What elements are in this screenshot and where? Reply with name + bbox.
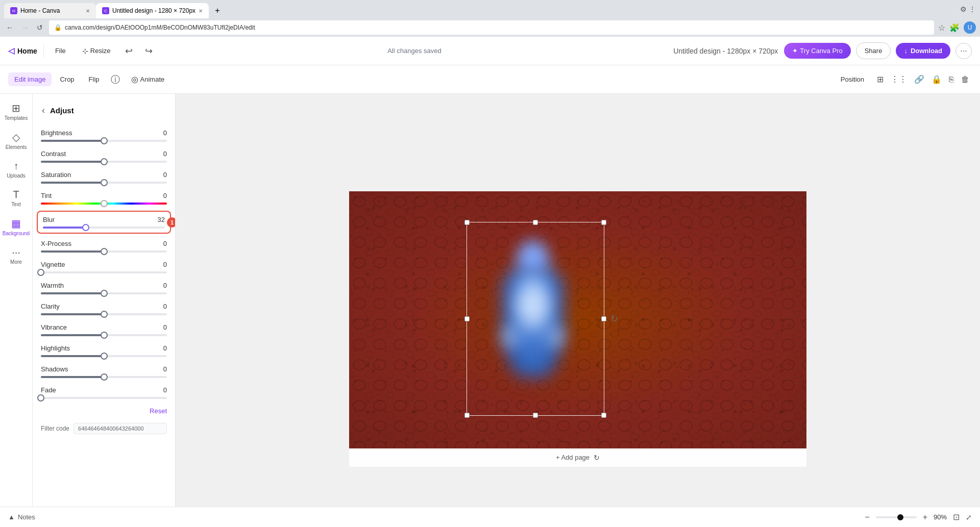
browser-tab-home[interactable]: H Home - Canva ✕ (4, 3, 96, 18)
xprocess-track[interactable] (41, 250, 167, 253)
tint-track[interactable] (41, 203, 167, 205)
handle-mid-left[interactable] (464, 316, 470, 321)
reset-btn[interactable]: Reset (150, 407, 167, 415)
url-bar[interactable]: 🔒 canva.com/design/DAEtOOOp1mM/BeCODnOMW… (49, 20, 934, 35)
blur-track[interactable] (43, 227, 165, 229)
warmth-track[interactable] (41, 292, 167, 294)
brightness-slider-row: Brightness 0 (33, 125, 175, 146)
shadows-track[interactable] (41, 376, 167, 378)
zoom-out-btn[interactable]: − (863, 511, 871, 524)
background-label: Background (3, 231, 30, 236)
clarity-label: Clarity (41, 303, 60, 310)
handle-top-right[interactable] (601, 220, 606, 225)
browser-tab-design[interactable]: C Untitled design - 1280 × 720px ✕ (96, 3, 209, 18)
handle-bot-left[interactable] (464, 413, 470, 418)
design-tab-close[interactable]: ✕ (199, 8, 203, 14)
zoom-in-btn[interactable]: + (921, 511, 929, 524)
profile-avatar[interactable]: U (964, 21, 976, 34)
extensions-icon[interactable]: 🧩 (949, 23, 960, 33)
vignette-thumb[interactable] (37, 269, 44, 276)
sidebar-item-elements[interactable]: ◇ Elements (2, 127, 31, 154)
grid-icon-btn[interactable]: ⊞ (874, 72, 886, 87)
sidebar-item-more[interactable]: ··· More (2, 242, 31, 269)
home-btn[interactable]: ◁ Home (8, 46, 37, 56)
highlights-track[interactable] (41, 355, 167, 357)
lock-icon-btn[interactable]: 🔒 (929, 72, 944, 87)
star-icon: ✦ (792, 47, 798, 55)
saturation-track[interactable] (41, 182, 167, 184)
download-btn[interactable]: ↓ Download (896, 43, 950, 59)
canvas-refresh-btn[interactable]: ↻ (610, 313, 618, 324)
xprocess-slider-row: X-Process 0 (33, 236, 175, 257)
position-btn[interactable]: Position (835, 72, 870, 86)
vibrance-track[interactable] (41, 334, 167, 336)
sidebar-item-text[interactable]: T Text (2, 185, 31, 211)
handle-bot-center[interactable] (533, 413, 538, 418)
filter-code-input[interactable] (74, 423, 167, 434)
fit-page-btn[interactable]: ⊡ (951, 510, 962, 524)
handle-top-center[interactable] (533, 220, 538, 225)
clarity-thumb[interactable] (101, 311, 108, 318)
file-btn[interactable]: File (50, 44, 71, 58)
download-label: Download (911, 47, 942, 55)
fade-track[interactable] (41, 397, 167, 399)
link-icon-btn[interactable]: 🔗 (912, 72, 927, 87)
animate-btn[interactable]: ◎ Animate (125, 71, 171, 87)
handle-mid-right[interactable] (601, 316, 606, 321)
back-nav-btn[interactable]: ← (4, 22, 15, 33)
info-btn[interactable]: ⓘ (108, 70, 123, 89)
zoom-slider[interactable] (876, 516, 917, 518)
bookmark-icon[interactable]: ☆ (938, 23, 945, 33)
try-pro-btn[interactable]: ✦ Try Canva Pro (784, 43, 850, 59)
edit-image-btn[interactable]: Edit image (8, 72, 52, 86)
flip-btn[interactable]: Flip (83, 72, 106, 86)
edit-image-label: Edit image (14, 76, 45, 83)
adjust-back-btn[interactable]: ‹ (41, 104, 46, 117)
saturation-thumb[interactable] (101, 179, 108, 186)
resize-btn[interactable]: ⊹ Resize (77, 44, 116, 58)
fullscreen-btn[interactable]: ⤢ (966, 513, 972, 521)
highlights-thumb[interactable] (101, 353, 108, 360)
more-options-btn[interactable]: ··· (955, 43, 972, 59)
refresh-nav-btn[interactable]: ↺ (35, 22, 45, 33)
vignette-track[interactable] (41, 271, 167, 273)
warmth-thumb[interactable] (101, 290, 108, 297)
trash-icon-btn[interactable]: 🗑 (959, 72, 972, 87)
contrast-track[interactable] (41, 161, 167, 163)
crop-btn[interactable]: Crop (54, 72, 80, 86)
copy-icon-btn[interactable]: ⎘ (946, 72, 957, 87)
home-tab-close[interactable]: ✕ (86, 8, 90, 14)
warmth-slider-row: Warmth 0 (33, 278, 175, 298)
selection-box[interactable]: ↻ (467, 222, 604, 416)
sidebar-item-templates[interactable]: ⊞ Templates (2, 98, 31, 125)
xprocess-thumb[interactable] (101, 248, 108, 255)
saturation-label: Saturation (41, 171, 71, 179)
redo-btn[interactable]: ↪ (142, 42, 156, 60)
brightness-track[interactable] (41, 140, 167, 142)
handle-bot-right[interactable] (601, 413, 606, 418)
undo-btn[interactable]: ↩ (122, 42, 136, 60)
notes-btn[interactable]: ▲ Notes (8, 513, 35, 521)
grid2-icon-btn[interactable]: ⋮⋮ (888, 72, 910, 87)
blur-label: Blur (43, 216, 55, 223)
more-icon: ··· (12, 246, 20, 258)
share-btn[interactable]: Share (856, 42, 891, 59)
canvas-background[interactable]: ↻ (349, 191, 806, 448)
sidebar-item-uploads[interactable]: ↑ Uploads (2, 156, 31, 183)
zoom-thumb[interactable] (897, 514, 903, 520)
handle-top-left[interactable] (464, 220, 470, 225)
forward-nav-btn[interactable]: → (19, 22, 31, 33)
blur-thumb[interactable] (82, 224, 89, 231)
contrast-thumb[interactable] (101, 158, 108, 165)
tint-thumb[interactable] (101, 200, 108, 207)
clarity-track[interactable] (41, 313, 167, 315)
shadows-thumb[interactable] (101, 373, 108, 381)
filter-code-row: Filter code (33, 419, 175, 438)
new-tab-btn[interactable]: + (209, 3, 226, 18)
add-page-bar[interactable]: + Add page ↻ (349, 448, 806, 467)
brightness-thumb[interactable] (101, 137, 108, 144)
vibrance-thumb[interactable] (101, 332, 108, 339)
fade-thumb[interactable] (37, 394, 44, 401)
tint-label: Tint (41, 192, 52, 199)
sidebar-item-background[interactable]: ▦ Background (2, 213, 31, 240)
